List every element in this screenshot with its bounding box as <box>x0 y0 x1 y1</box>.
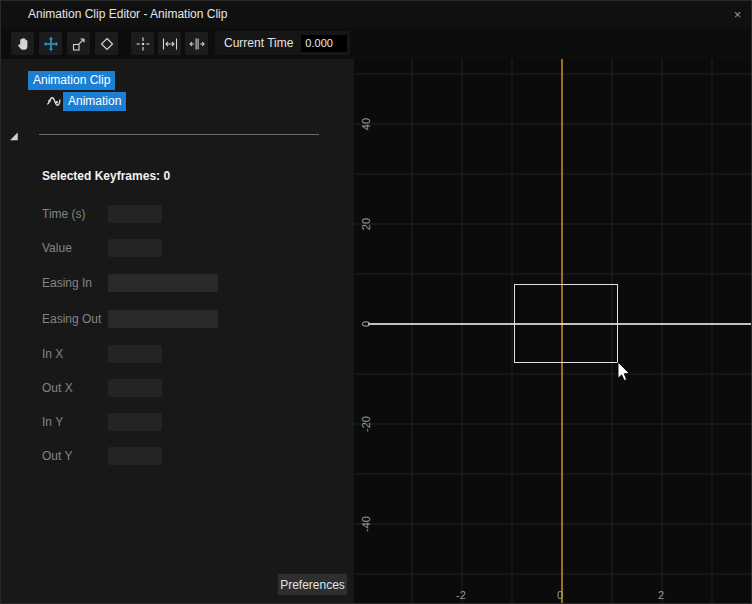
value-label: Value <box>42 239 72 257</box>
grid-lines <box>354 59 752 604</box>
in-y-input[interactable] <box>108 413 162 431</box>
fit-horizontal-icon <box>162 36 178 52</box>
svg-text:0: 0 <box>557 589 563 601</box>
fit-vertical-icon <box>189 36 205 52</box>
value-input[interactable] <box>108 239 162 257</box>
out-y-input[interactable] <box>108 447 162 465</box>
in-x-label: In X <box>42 345 63 363</box>
selected-keyframes-count: 0 <box>163 169 170 183</box>
fit-horizontal-button[interactable] <box>158 32 181 55</box>
field-row-in-x: In X <box>42 345 342 363</box>
tree-expand-icon[interactable]: ◢ <box>10 131 18 141</box>
time-input[interactable] <box>108 205 162 223</box>
svg-text:20: 20 <box>360 218 372 230</box>
keyframe-diamond-icon <box>99 36 115 52</box>
easing-in-input[interactable] <box>108 274 218 292</box>
move-tool-button[interactable] <box>39 32 62 55</box>
field-row-easing-out: Easing Out <box>42 310 342 328</box>
frame-target-button[interactable] <box>131 32 154 55</box>
easing-out-label: Easing Out <box>42 310 101 328</box>
scale-tool-button[interactable] <box>67 32 90 55</box>
hand-icon <box>15 36 31 52</box>
easing-out-input[interactable] <box>108 310 218 328</box>
field-row-out-x: Out X <box>42 379 342 397</box>
out-y-label: Out Y <box>42 447 72 465</box>
scale-icon <box>71 36 87 52</box>
mouse-cursor-icon <box>618 362 629 381</box>
curve-editor[interactable]: 40 20 0 -20 -40 -2 0 2 <box>354 59 752 604</box>
svg-text:0: 0 <box>360 321 372 327</box>
svg-text:40: 40 <box>360 118 372 130</box>
field-row-value: Value <box>42 239 342 257</box>
easing-in-label: Easing In <box>42 274 92 292</box>
properties-panel: ◢ Animation Clip Animation Selected Keyf… <box>1 59 354 603</box>
time-label: Time (s) <box>42 205 86 223</box>
fit-vertical-button[interactable] <box>185 32 208 55</box>
keyframe-tool-button[interactable] <box>95 32 118 55</box>
toolbar: Current Time <box>1 28 751 59</box>
tree-item-animation[interactable]: Animation <box>63 92 126 111</box>
curve-icon <box>45 93 62 110</box>
field-row-out-y: Out Y <box>42 447 342 465</box>
field-row-easing-in: Easing In <box>42 274 342 292</box>
field-row-time: Time (s) <box>42 205 342 223</box>
out-x-label: Out X <box>42 379 73 397</box>
svg-text:-40: -40 <box>360 516 372 532</box>
current-time-input[interactable] <box>301 35 347 52</box>
titlebar[interactable]: Animation Clip Editor - Animation Clip × <box>1 1 751 28</box>
in-y-label: In Y <box>42 413 63 431</box>
field-row-in-y: In Y <box>42 413 342 431</box>
animation-clip-editor-window: Animation Clip Editor - Animation Clip × <box>0 0 752 604</box>
current-time-label: Current Time <box>224 36 293 50</box>
svg-text:-20: -20 <box>360 416 372 432</box>
y-axis-labels: 40 20 0 -20 -40 <box>360 118 372 532</box>
selected-keyframes-label: Selected Keyframes: <box>42 169 160 183</box>
pan-tool-button[interactable] <box>11 32 34 55</box>
panel-divider <box>39 134 319 135</box>
curve-graph-svg[interactable]: 40 20 0 -20 -40 -2 0 2 <box>354 59 752 604</box>
svg-text:2: 2 <box>658 589 664 601</box>
crosshair-icon <box>135 36 151 52</box>
out-x-input[interactable] <box>108 379 162 397</box>
in-x-input[interactable] <box>108 345 162 363</box>
tree-item-animation-clip[interactable]: Animation Clip <box>28 71 115 90</box>
preferences-button[interactable]: Preferences <box>277 573 348 596</box>
x-axis-labels: -2 0 2 <box>456 589 664 601</box>
svg-text:-2: -2 <box>456 589 466 601</box>
move-arrows-icon <box>43 36 59 52</box>
window-title: Animation Clip Editor - Animation Clip <box>28 1 227 28</box>
current-time-group: Current Time <box>215 31 350 55</box>
close-icon[interactable]: × <box>729 6 746 23</box>
selected-keyframes-heading: Selected Keyframes: 0 <box>42 169 170 183</box>
